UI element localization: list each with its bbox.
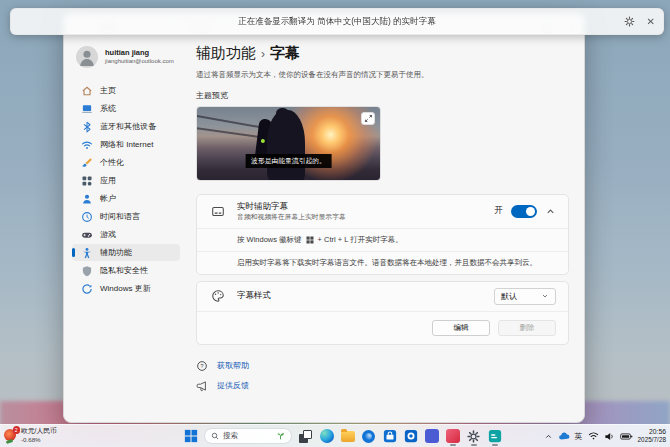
caption-theme-preview: 波形是由能量流引起的。 (196, 106, 381, 181)
sidebar-item-network[interactable]: 网络和 Internet (72, 136, 180, 153)
start-button[interactable] (184, 429, 198, 443)
sidebar-item-apps[interactable]: 应用 (72, 172, 180, 189)
tray-chevron-up-icon[interactable] (544, 432, 553, 441)
taskbar-center: 搜索 (184, 425, 502, 447)
get-help-label: 获取帮助 (217, 360, 249, 371)
chevron-up-icon[interactable] (545, 206, 556, 217)
taskbar-app-blue[interactable] (424, 427, 439, 446)
shortcut-text-suffix: + Ctrl + L 打开实时字幕。 (318, 235, 403, 245)
live-captions-subtitle: 音频和视频将在屏幕上实时显示字幕 (237, 212, 346, 221)
sidebar-item-windows-update[interactable]: Windows 更新 (72, 280, 180, 297)
help-icon: ? (196, 360, 208, 372)
taskbar-search-box[interactable]: 搜索 (204, 428, 292, 444)
sidebar-item-system[interactable]: 系统 (72, 100, 180, 117)
clock-icon (80, 210, 93, 223)
sidebar-item-accessibility[interactable]: 辅助功能 (72, 244, 180, 261)
outlook-icon (404, 429, 418, 443)
account-block[interactable]: huitian jiang jianghuitian@outlook.com (76, 46, 180, 68)
expand-icon (364, 114, 373, 123)
privacy-note-row: 启用实时字幕将下载实时字幕语言文件。语音数据将在本地处理，并且数据不会共享到云。 (197, 252, 568, 274)
accessibility-icon (80, 246, 93, 259)
task-view-button[interactable] (298, 427, 313, 446)
sidebar-item-label: 隐私和安全性 (100, 265, 148, 276)
footer-links: ? 获取帮助 提供反馈 (196, 360, 569, 392)
sidebar-item-label: 帐户 (100, 193, 116, 204)
sidebar-item-personalization[interactable]: 个性化 (72, 154, 180, 171)
taskbar-app-edge[interactable] (319, 427, 334, 446)
wifi-status-icon[interactable] (588, 431, 599, 441)
expand-preview-button[interactable] (361, 112, 375, 125)
taskbar-app-red[interactable] (445, 427, 460, 446)
settings-window: ← 设置 查找设置 — × huitian jiang (63, 13, 585, 423)
folder-icon (341, 431, 355, 442)
taskbar-app-file-explorer[interactable] (340, 427, 355, 446)
wifi-icon (80, 138, 93, 151)
shield-icon (80, 264, 93, 277)
shortcut-row: 按 Windows 徽标键 + Ctrl + L 打开实时字幕。 (197, 229, 568, 251)
widget-ticker-change: -0.68% (21, 436, 57, 444)
sidebar-item-label: 主页 (100, 85, 116, 96)
edit-button[interactable]: 编辑 (432, 320, 490, 336)
feedback-icon (196, 380, 208, 392)
clock-time: 20:56 (638, 428, 666, 436)
search-highlight-sprout-icon (276, 431, 285, 441)
taskbar-app-browser[interactable] (361, 427, 376, 446)
ime-language-indicator[interactable]: 英 (575, 431, 583, 442)
page-description: 通过将音频显示为文本，使你的设备在没有声音的情况下更易于使用。 (196, 70, 569, 80)
widget-ticker-name: 欧元/人民币 (21, 427, 57, 436)
widget-weather-icon: 2 (4, 429, 16, 441)
captions-close-icon[interactable]: ✕ (647, 16, 655, 27)
preview-caption-text: 波形是由能量流引起的。 (245, 154, 332, 168)
sidebar-item-label: 网络和 Internet (100, 139, 153, 150)
taskbar-app-store[interactable] (382, 427, 397, 446)
battery-icon[interactable] (620, 432, 633, 441)
windows-key-icon (306, 236, 314, 244)
dropdown-selected-value: 默认 (501, 291, 517, 302)
sidebar-item-bluetooth-devices[interactable]: 蓝牙和其他设备 (72, 118, 180, 135)
onedrive-cloud-icon[interactable] (558, 431, 570, 441)
bluetooth-icon (80, 120, 93, 133)
desktop: ← 设置 查找设置 — × huitian jiang (0, 0, 670, 447)
edge-icon (320, 429, 334, 443)
volume-icon[interactable] (604, 431, 615, 442)
widgets-button[interactable]: 2 欧元/人民币 -0.68% (4, 427, 57, 444)
sidebar-item-label: 游戏 (100, 229, 116, 240)
app-icon (446, 429, 460, 443)
palette-icon (209, 289, 226, 304)
taskbar-app-outlook[interactable] (403, 427, 418, 446)
taskbar-clock[interactable]: 20:56 2025/7/28 (638, 428, 666, 444)
captions-settings-gear-icon[interactable] (624, 16, 635, 27)
live-captions-message: 正在准备显示翻译为 简体中文(中国大陆) 的实时字幕 (238, 16, 435, 28)
sidebar-item-label: Windows 更新 (100, 283, 151, 294)
breadcrumb-parent[interactable]: 辅助功能 (196, 44, 256, 61)
taskbar-app-settings[interactable] (466, 427, 481, 446)
captions-icon (209, 204, 226, 219)
accounts-icon (80, 192, 93, 205)
sidebar-item-accounts[interactable]: 帐户 (72, 190, 180, 207)
live-captions-header[interactable]: 实时辅助字幕 音频和视频将在屏幕上实时显示字幕 开 (197, 195, 568, 228)
sidebar-item-time-language[interactable]: 时间和语言 (72, 208, 180, 225)
running-indicator (492, 444, 498, 446)
sidebar-item-privacy-security[interactable]: 隐私和安全性 (72, 262, 180, 279)
running-indicator (450, 444, 456, 446)
chevron-down-icon (541, 292, 549, 300)
sidebar-item-label: 蓝牙和其他设备 (100, 121, 156, 132)
caption-style-dropdown[interactable]: 默认 (494, 288, 556, 305)
give-feedback-link[interactable]: 提供反馈 (196, 380, 569, 392)
preview-person-silhouette (267, 110, 305, 181)
sidebar-item-home[interactable]: 主页 (72, 82, 180, 99)
app-icon (425, 429, 439, 443)
page-title: 字幕 (270, 44, 300, 61)
delete-button[interactable]: 删除 (498, 320, 556, 336)
live-captions-toggle[interactable] (511, 205, 537, 218)
sidebar-item-label: 应用 (100, 175, 116, 186)
live-captions-title: 实时辅助字幕 (237, 201, 346, 212)
sidebar-item-label: 时间和语言 (100, 211, 140, 222)
sidebar-item-gaming[interactable]: 游戏 (72, 226, 180, 243)
search-icon (211, 432, 219, 440)
taskbar-app-teal[interactable] (487, 427, 502, 446)
privacy-note-text: 启用实时字幕将下载实时字幕语言文件。语音数据将在本地处理，并且数据不会共享到云。 (237, 258, 537, 268)
give-feedback-label: 提供反馈 (217, 380, 249, 391)
toggle-state-label: 开 (495, 205, 504, 217)
get-help-link[interactable]: ? 获取帮助 (196, 360, 569, 372)
